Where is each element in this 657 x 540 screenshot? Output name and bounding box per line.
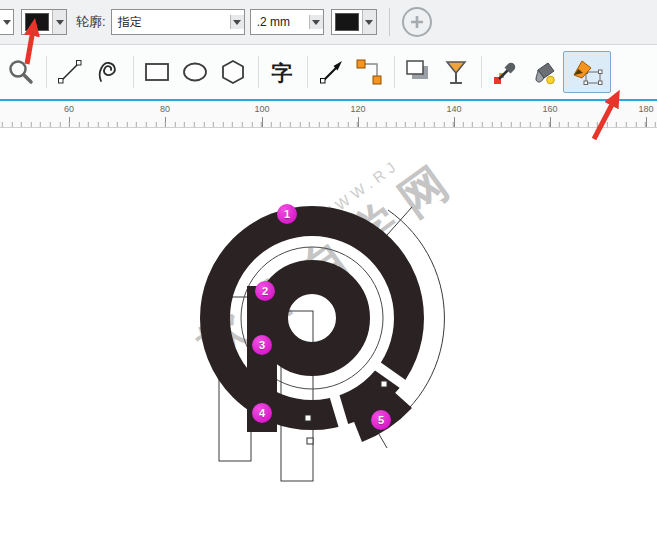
outline-width-dropdown[interactable]: .2 mm — [250, 9, 324, 35]
transparency-tool[interactable] — [438, 53, 474, 91]
app-window: 轮廓: 指定 .2 mm — [0, 0, 657, 540]
outline-color-swatch — [335, 13, 359, 31]
smart-fill-tool[interactable] — [563, 51, 611, 93]
inner-ring-shape[interactable] — [271, 277, 353, 359]
node-handle[interactable] — [305, 415, 311, 421]
node-handle[interactable] — [307, 438, 313, 444]
step-badge-5: 5 — [371, 410, 391, 430]
ellipse-icon — [180, 57, 210, 87]
separator — [307, 56, 308, 88]
ruler-tick — [358, 117, 359, 127]
outline-width-value: .2 mm — [251, 15, 309, 29]
drop-shadow-tool[interactable] — [400, 53, 436, 91]
step-badge-3: 3 — [252, 335, 272, 355]
plus-icon — [409, 14, 425, 30]
ruler-tick — [550, 117, 551, 127]
ruler-label: 100 — [254, 104, 269, 114]
paint-bucket-icon — [528, 57, 558, 87]
outline-style-value: 指定 — [112, 14, 230, 31]
ruler-label: 160 — [542, 104, 557, 114]
separator — [46, 56, 47, 88]
polygon-tool[interactable] — [215, 53, 251, 91]
outline-style-arrow[interactable] — [230, 15, 244, 29]
ruler-label: 140 — [446, 104, 461, 114]
zoom-tool[interactable] — [3, 53, 39, 91]
rectangle-tool[interactable] — [139, 53, 175, 91]
partial-dropdown[interactable] — [0, 9, 14, 35]
shadow-squares-icon — [403, 57, 433, 87]
step-badge-4: 4 — [252, 403, 272, 423]
fill-tool[interactable] — [525, 53, 561, 91]
node-handle[interactable] — [381, 381, 387, 387]
separator — [394, 56, 395, 88]
toolbox: 字 — [0, 45, 657, 99]
glass-icon — [441, 57, 471, 87]
node-arrow-icon — [316, 57, 346, 87]
ruler-tick — [454, 117, 455, 127]
connector-tool[interactable] — [351, 53, 387, 91]
chevron-down-icon — [56, 20, 64, 29]
hexagon-icon — [218, 57, 248, 87]
chevron-down-icon — [365, 20, 373, 29]
ruler-tick — [646, 117, 647, 127]
add-button[interactable] — [402, 7, 432, 37]
step-badge-1: 1 — [277, 204, 297, 224]
ruler-tick — [262, 117, 263, 127]
rectangle-icon — [142, 57, 172, 87]
drawing-canvas[interactable]: WWW.RJ 软件自学网 — [0, 128, 657, 540]
ruler-label: 120 — [350, 104, 365, 114]
eyedropper-icon — [490, 57, 520, 87]
fill-color-picker[interactable] — [21, 9, 67, 35]
horizontal-ruler[interactable]: 60 80 100 120 140 160 180 — [0, 101, 657, 128]
line-icon — [55, 57, 85, 87]
magnifier-icon — [6, 57, 36, 87]
chevron-down-icon — [233, 20, 241, 29]
curve-tool[interactable] — [90, 53, 126, 91]
separator — [133, 56, 134, 88]
ruler-tick — [165, 117, 166, 127]
property-bar: 轮廓: 指定 .2 mm — [0, 0, 657, 45]
outline-color-picker[interactable] — [331, 9, 377, 35]
pen-nib-frame-icon — [570, 56, 604, 88]
step-badge-2: 2 — [255, 281, 275, 301]
fill-color-dropdown[interactable] — [52, 10, 66, 34]
eyedropper-tool[interactable] — [487, 53, 523, 91]
swirl-icon — [93, 57, 123, 87]
shape-edit-tool[interactable] — [313, 53, 349, 91]
connector-icon — [354, 57, 384, 87]
ruler-label: 60 — [64, 104, 74, 114]
ruler-label: 80 — [160, 104, 170, 114]
separator — [258, 56, 259, 88]
text-tool[interactable]: 字 — [264, 53, 300, 91]
fill-color-swatch — [25, 13, 49, 31]
outline-width-arrow[interactable] — [309, 15, 323, 29]
outline-label: 轮廓: — [76, 13, 106, 31]
ruler-tick — [69, 117, 70, 127]
chevron-down-icon — [312, 20, 320, 29]
ellipse-tool[interactable] — [177, 53, 213, 91]
ruler-label: 180 — [638, 104, 653, 114]
text-tool-glyph: 字 — [272, 62, 293, 83]
freehand-line-tool[interactable] — [52, 53, 88, 91]
logo-artwork[interactable] — [0, 128, 657, 540]
separator — [389, 8, 390, 36]
outline-style-dropdown[interactable]: 指定 — [111, 9, 245, 35]
chevron-down-icon — [3, 20, 11, 29]
separator — [481, 56, 482, 88]
outline-color-dropdown[interactable] — [362, 10, 376, 34]
